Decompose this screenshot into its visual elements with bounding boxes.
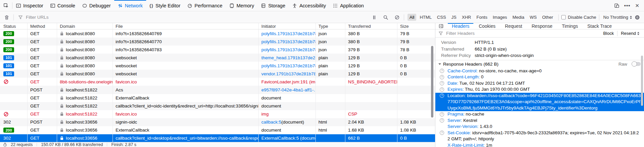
header-name[interactable]: Server-Version:: [447, 124, 480, 129]
initiator-link[interactable]: polyfills.1791b137de281b787…: [261, 63, 316, 68]
table-row[interactable]: 101GETlocalhost:8080websocketpolyfills.1…: [0, 62, 435, 70]
response-header-row[interactable]: ?Server: Kestrel: [435, 118, 644, 124]
column-header-file[interactable]: File: [113, 23, 259, 29]
node-picker-icon[interactable]: [0, 0, 12, 11]
help-icon[interactable]: ?: [440, 69, 444, 73]
table-row[interactable]: GETlocalhost:51822favicon.icoimgCSP: [0, 110, 435, 118]
column-header-status[interactable]: Status: [0, 23, 28, 29]
block-icon[interactable]: [393, 15, 401, 20]
gear-icon[interactable]: [633, 15, 641, 20]
header-name[interactable]: Expires:: [447, 87, 465, 92]
table-row[interactable]: POSTlocalhost:51822Acse957f897-042e-4ba1…: [0, 86, 435, 94]
initiator-link[interactable]: polyfills.1791b137de281b787…: [261, 47, 316, 52]
toolbox-tab-memory[interactable]: Memory: [226, 0, 257, 11]
responsive-design-icon[interactable]: [614, 3, 619, 8]
table-row[interactable]: 200GETlocalhost:8080info?t=1635826640783…: [0, 46, 435, 54]
header-name[interactable]: Cache-Control:: [447, 68, 479, 73]
panel-tab-response[interactable]: Response: [527, 23, 557, 29]
table-scrollbar-thumb[interactable]: [431, 46, 433, 118]
panel-tab-timings[interactable]: Timings: [557, 23, 583, 29]
pause-icon[interactable]: [370, 15, 378, 20]
toolbox-tab-style-editor[interactable]: {}Style Editor: [146, 0, 184, 11]
response-headers-section-header[interactable]: Response Headers (662 B) Raw: [435, 60, 644, 68]
response-header-row[interactable]: ?Pragma: no-cache: [435, 111, 644, 118]
column-header-domain[interactable]: Domain: [57, 23, 113, 29]
initiator-link[interactable]: vendor.1791b137de281b787…: [261, 71, 316, 76]
header-name[interactable]: Content-Length:: [447, 74, 481, 79]
response-header-row[interactable]: ?Cache-Control: no-store, no-cache, max-…: [435, 68, 644, 74]
filter-pill-fonts[interactable]: Fonts: [474, 14, 489, 21]
toolbox-tab-console[interactable]: Console: [47, 0, 79, 11]
filter-pill-images[interactable]: Images: [491, 14, 509, 21]
table-row[interactable]: 200GETlocalhost:33656ExternalCallbackdoc…: [0, 126, 435, 134]
response-header-row[interactable]: Server-Version: 1.43.0: [435, 124, 644, 130]
filter-pill-xhr[interactable]: XHR: [460, 14, 473, 21]
sidebar-toggle-icon[interactable]: [438, 23, 444, 29]
panel-scrollbar-thumb[interactable]: [641, 56, 643, 106]
initiator-link[interactable]: e957f897-042e-4ba1-aff1-…: [261, 87, 316, 92]
response-header-row[interactable]: ?Set-Cookie: idsrv=adf6cba1-7075-402b-9e…: [435, 130, 644, 142]
table-row[interactable]: 302GETlocalhost:33656callback?client_id=…: [0, 134, 435, 142]
filter-pill-html[interactable]: HTML: [418, 14, 433, 21]
help-icon[interactable]: ?: [440, 131, 444, 135]
filter-pill-other[interactable]: Other: [540, 14, 555, 21]
help-icon[interactable]: ?: [440, 93, 444, 98]
column-header-size[interactable]: Size: [397, 23, 435, 29]
meatball-menu-icon[interactable]: •••: [624, 3, 631, 8]
help-icon[interactable]: ?: [440, 87, 444, 92]
close-icon[interactable]: ✕: [635, 3, 639, 9]
filter-pill-ws[interactable]: WS: [528, 14, 539, 21]
filter-urls-input[interactable]: Filter URLs: [26, 15, 49, 20]
header-name[interactable]: Pragma:: [447, 112, 466, 117]
header-name[interactable]: Server:: [447, 118, 463, 123]
block-button[interactable]: Block: [600, 31, 616, 36]
toolbox-tab-debugger[interactable]: Debugger: [79, 0, 114, 11]
response-header-row[interactable]: X-Rate-Limit-Limit: 1m: [435, 142, 644, 147]
filter-pill-media[interactable]: Media: [510, 14, 526, 21]
table-row[interactable]: 200GETlocalhost:8080info?t=1635826640769…: [0, 29, 435, 38]
table-row[interactable]: 101GETlocalhost:8080websockettheme_head.…: [0, 54, 435, 62]
initiator-link[interactable]: polyfills.1791b137de281b787…: [261, 31, 316, 36]
help-icon[interactable]: ?: [440, 81, 444, 85]
header-name[interactable]: Set-Cookie:: [447, 130, 472, 135]
filter-headers-input[interactable]: Filter Headers: [446, 31, 475, 36]
throttling-dropdown[interactable]: No Throttling: [602, 15, 633, 20]
panel-tab-cookies[interactable]: Cookies: [474, 23, 500, 29]
column-header-method[interactable]: Method: [28, 23, 57, 29]
toolbox-tab-storage[interactable]: Storage: [257, 0, 289, 11]
help-icon[interactable]: ?: [440, 112, 444, 117]
filter-pill-js[interactable]: JS: [449, 14, 459, 21]
resend-button[interactable]: Resend: [618, 31, 642, 36]
table-row[interactable]: 101GETlocalhost:8080websocketvendor.1791…: [0, 70, 435, 78]
toolbox-tab-application[interactable]: Application: [329, 0, 367, 11]
column-header-type[interactable]: Type: [316, 23, 345, 29]
table-row[interactable]: GET8bit-solutions-dev.onelogin.…favicon.…: [0, 78, 435, 86]
initiator-link[interactable]: theme_head.1791b137de281…: [261, 55, 316, 60]
column-header-initiator[interactable]: Initiator: [259, 23, 316, 29]
header-name[interactable]: Location:: [447, 93, 467, 98]
table-row[interactable]: 302POSTlocalhost:33656signin-oidccallbac…: [0, 118, 435, 126]
search-icon[interactable]: [382, 15, 390, 20]
response-header-row[interactable]: ?Date: Tue, 02 Nov 2021 04:17:21 GMT: [435, 80, 644, 87]
disable-cache-control[interactable]: Disable Cache: [561, 15, 596, 20]
panel-tab-request[interactable]: Request: [500, 23, 527, 29]
response-header-row[interactable]: ?Content-Length: 0: [435, 74, 644, 80]
table-row[interactable]: GETlocalhost:51822callback?client_id=oid…: [0, 102, 435, 110]
initiator-link[interactable]: polyfills.1791b137de281b787…: [261, 39, 316, 44]
header-name[interactable]: X-Rate-Limit-Limit:: [447, 143, 486, 147]
initiator-link[interactable]: callback:5: [261, 120, 282, 125]
toolbox-tab-inspector[interactable]: Inspector: [12, 0, 47, 11]
trash-icon[interactable]: [3, 15, 11, 20]
disable-cache-checkbox[interactable]: [561, 15, 566, 19]
header-name[interactable]: Date:: [447, 81, 459, 86]
column-header-transferred[interactable]: Transferred: [345, 23, 397, 29]
table-row[interactable]: 200GETlocalhost:8080info?t=1635826640770…: [0, 38, 435, 46]
toolbox-tab-accessibility[interactable]: Accessibility: [289, 0, 329, 11]
panel-tab-stack-trace[interactable]: Stack Trace: [583, 23, 616, 29]
toolbox-tab-performance[interactable]: Performance: [184, 0, 226, 11]
raw-toggle[interactable]: [632, 62, 641, 66]
filter-pill-all[interactable]: All: [407, 14, 416, 21]
response-header-row[interactable]: ?Expires: Thu, 01 Jan 1970 00:00:00 GMT: [435, 86, 644, 93]
response-header-row[interactable]: ?Location: bitwarden://sso-callback?code…: [435, 93, 644, 112]
table-row[interactable]: GETlocalhost:51822ExternalCallbackdocume…: [0, 94, 435, 102]
